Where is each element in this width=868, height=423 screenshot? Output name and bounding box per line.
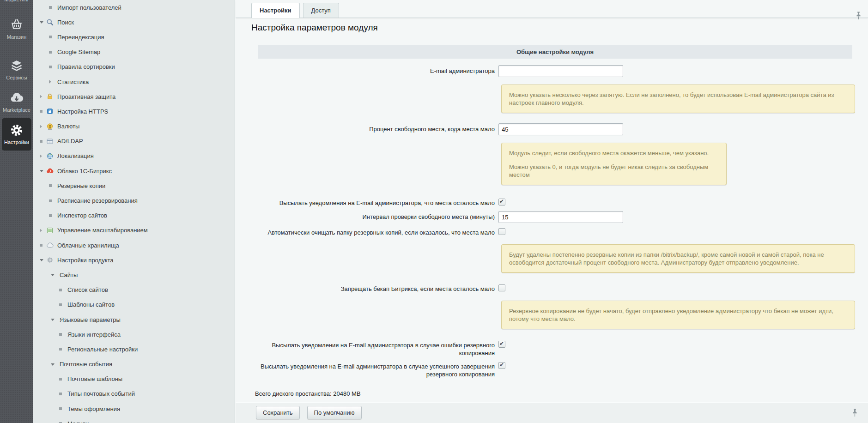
free-space-percent-input[interactable] [498, 123, 623, 135]
rail-item-marketing-cutoff[interactable]: Маркетинг [0, 0, 33, 2]
chevron-right-icon[interactable] [49, 80, 51, 84]
menu-item[interactable]: Настройка HTTPS [33, 104, 235, 119]
adldap-icon [46, 138, 54, 145]
menu-item[interactable]: Список сайтов [33, 283, 235, 297]
chevron-down-icon[interactable] [40, 21, 43, 24]
field-control [498, 211, 623, 223]
menu-item[interactable]: Правила сортировки [33, 60, 235, 74]
menu-item-label: Локализация [57, 152, 94, 159]
menu-item-label: Облако 1С-Битрикс [57, 168, 112, 175]
menu-item[interactable]: Модули [33, 416, 235, 423]
notify-backup-success-checkbox[interactable] [498, 362, 505, 369]
field-label: Запрещать бекап Битрикса, если места ост… [251, 283, 495, 293]
rail-item-settings[interactable]: Настройки [2, 118, 31, 151]
menu-item[interactable]: Шаблоны сайтов [33, 297, 235, 312]
notify-backup-error-checkbox[interactable] [498, 341, 505, 348]
field-label: Интервал проверки свободного места (мину… [251, 211, 495, 221]
menu-item[interactable]: Языки интерфейса [33, 327, 235, 342]
menu-item[interactable]: Темы оформления [33, 401, 235, 416]
check-interval-input[interactable] [498, 211, 623, 223]
form-row: Высылать уведомления на E-mail администр… [251, 197, 855, 207]
menu-item-label: Резервные копии [57, 182, 105, 189]
notify-low-space-checkbox[interactable] [498, 199, 505, 205]
save-button[interactable]: Сохранить [256, 406, 300, 419]
tab-access[interactable]: Доступ [303, 3, 339, 18]
chevron-down-icon[interactable] [51, 363, 55, 366]
menu-item-label: Импорт пользователей [57, 4, 121, 11]
chevron-down-icon[interactable] [40, 259, 43, 261]
pin-icon-bottom[interactable] [852, 408, 858, 419]
menu-item[interactable]: Типы почтовых событий [33, 387, 235, 401]
menu-item[interactable]: Импорт пользователей [33, 0, 235, 15]
bullet-icon [59, 407, 62, 410]
rail-item-marketplace[interactable]: Marketplace [0, 91, 33, 113]
currency-icon: S [46, 123, 54, 130]
menu-item-label: Модули [67, 420, 89, 423]
bullet-icon [40, 110, 42, 113]
menu-item[interactable]: Переиндексация [33, 30, 235, 44]
field-control [498, 197, 505, 207]
menu-item-label: Региональные настройки [67, 346, 138, 353]
menu-item[interactable]: Региональные настройки [33, 342, 235, 357]
auto-clean-backups-checkbox[interactable] [498, 228, 505, 235]
chevron-right-icon[interactable] [40, 229, 42, 232]
menu-item[interactable]: AD/LDAP [33, 134, 235, 149]
chevron-down-icon[interactable] [40, 170, 43, 172]
menu-item[interactable]: Облачные хранилища [33, 238, 235, 253]
default-button[interactable]: По умолчанию [307, 406, 362, 419]
menu-item[interactable]: Почтовые шаблоны [33, 372, 235, 387]
menu-item[interactable]: Управление масштабированием [33, 223, 235, 238]
chevron-right-icon[interactable] [40, 95, 42, 98]
email-admin-input[interactable] [498, 65, 623, 77]
field-label: E-mail администратора [251, 65, 495, 75]
chevron-down-icon[interactable] [51, 274, 55, 276]
menu-item[interactable]: Google Sitemap [33, 45, 235, 60]
field-label: Высылать уведомления на E-mail администр… [251, 361, 495, 378]
menu-item[interactable]: Резервные копии [33, 178, 235, 193]
chevron-right-icon[interactable] [40, 125, 42, 128]
menu-item[interactable]: Инспектор сайтов [33, 208, 235, 223]
menu-item-label: Поиск [57, 19, 74, 26]
forbid-backup-checkbox[interactable] [498, 284, 505, 291]
bullet-icon [40, 140, 42, 143]
rail-item-label: Настройки [4, 139, 29, 145]
bullet-icon [59, 333, 62, 336]
hint-text: Можно указать несколько через запятую. Е… [509, 91, 847, 107]
settings-tree-menu: Импорт пользователейПоискПереиндексацияG… [33, 0, 235, 423]
rail-item-shop[interactable]: Магазин [0, 18, 33, 40]
bullet-icon [59, 348, 62, 350]
menu-item[interactable]: Расписание резервирования [33, 193, 235, 208]
menu-item-label: Расписание резервирования [57, 197, 138, 204]
menu-item-label: Типы почтовых событий [67, 390, 135, 397]
menu-item[interactable]: Проактивная защита [33, 89, 235, 104]
menu-item[interactable]: Сайты [33, 267, 235, 282]
form-row: Высылать уведомления на E-mail администр… [251, 361, 855, 378]
chevron-right-icon[interactable] [40, 154, 42, 158]
rail-item-services[interactable]: Сервисы [0, 58, 33, 80]
bullet-icon [40, 244, 42, 247]
bullet-icon [49, 199, 52, 202]
bullet-icon [49, 214, 52, 217]
hint-note: Можно указать несколько через запятую. Е… [501, 85, 855, 113]
menu-item[interactable]: Локализация [33, 149, 235, 163]
bullet-icon [49, 6, 52, 9]
menu-item[interactable]: SВалюты [33, 119, 235, 134]
menu-item-label: Инспектор сайтов [57, 212, 107, 219]
form-row: Процент свободного места, кода места мал… [251, 123, 855, 135]
bullet-icon [49, 51, 52, 54]
menu-item-label: Почтовые события [60, 361, 112, 368]
bullet-icon [59, 378, 62, 381]
menu-item[interactable]: Облако 1С-Битрикс [33, 163, 235, 178]
pin-icon-top[interactable] [856, 11, 862, 22]
bitrix-admin-screen: Маркетинг МагазинСервисыMarketplaceНастр… [0, 0, 868, 423]
menu-item[interactable]: Настройки продукта [33, 253, 235, 267]
menu-item-label: Валюты [57, 123, 79, 130]
menu-item[interactable]: Почтовые события [33, 357, 235, 372]
stat-line: Всего диского простанства: 20480 MB [255, 387, 855, 400]
menu-item[interactable]: Языковые параметры [33, 312, 235, 327]
chevron-down-icon[interactable] [51, 319, 55, 321]
tab-settings[interactable]: Настройки [251, 3, 300, 18]
menu-item[interactable]: Поиск [33, 15, 235, 30]
hint-note: Резервное копирование не будет начато, б… [501, 301, 855, 329]
menu-item[interactable]: Статистика [33, 74, 235, 89]
